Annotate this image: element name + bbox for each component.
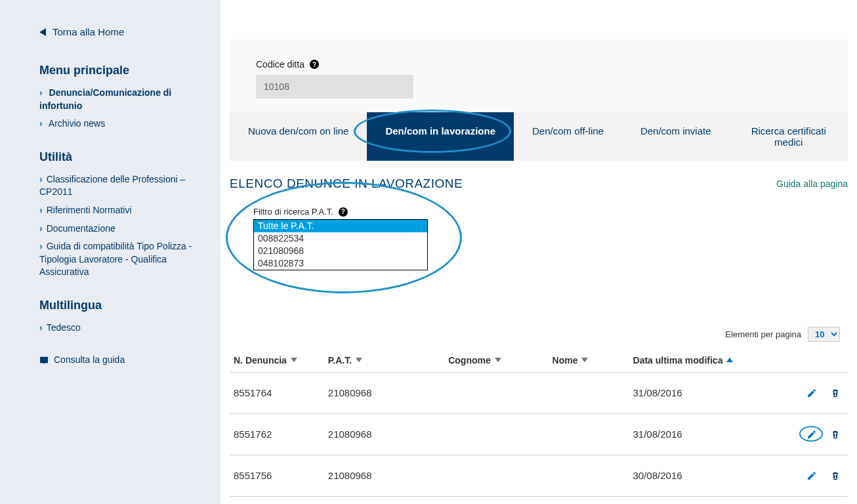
multilingua-heading: Multilingua xyxy=(39,299,202,312)
sort-down-icon xyxy=(581,358,588,362)
tab-bar: Nuova den/com on line Den/com in lavoraz… xyxy=(230,112,848,161)
section-title: ELENCO DENUNCE IN LAVORAZIONE xyxy=(230,177,463,191)
menu-principale-heading: Menu principale xyxy=(39,64,202,77)
chevron-right-icon: › xyxy=(39,322,43,333)
table-row: 85517622108096831/08/2016 xyxy=(230,413,848,455)
cell-denuncia: 8551764 xyxy=(230,372,324,413)
chevron-right-icon: › xyxy=(39,87,43,98)
menu-item-classificazione[interactable]: ›Classificazione delle Professioni – CP2… xyxy=(39,173,202,199)
col-header-nome[interactable]: Nome xyxy=(549,348,629,373)
cell-cognome xyxy=(444,413,548,455)
filter-area: Filtro di ricerca P.A.T. ? Tutte le P.A.… xyxy=(230,207,848,270)
tab-dencom-inviate[interactable]: Den/com inviate xyxy=(622,112,730,161)
table-row: 85517642108096831/08/2016 xyxy=(230,372,848,413)
multilingua-list: ›Tedesco xyxy=(39,322,202,335)
cell-nome xyxy=(549,455,629,496)
menu-item-label: Riferimenti Normativi xyxy=(47,205,132,215)
tab-nuova-dencom[interactable]: Nuova den/com on line xyxy=(230,112,367,161)
guida-pagina-link[interactable]: Guida alla pagina xyxy=(776,178,848,189)
utilita-heading: Utilità xyxy=(39,150,202,164)
tab-label: Den/com in lavorazione xyxy=(385,125,495,136)
dropdown-option[interactable]: 048102873 xyxy=(254,257,427,270)
menu-principale-list: › Denuncia/Comunicazione di infortunio ›… xyxy=(39,87,202,131)
filter-label: Filtro di ricerca P.A.T. xyxy=(253,207,333,217)
delete-button[interactable] xyxy=(829,470,841,482)
col-header-cognome[interactable]: Cognome xyxy=(444,348,548,373)
codice-ditta-label: Codice ditta xyxy=(256,59,304,70)
pat-filter-dropdown[interactable]: Tutte le P.A.T. 008822534 021080968 0481… xyxy=(253,219,428,270)
cell-cognome xyxy=(444,372,548,413)
sort-down-icon xyxy=(291,358,297,362)
chevron-right-icon: › xyxy=(39,118,43,129)
menu-item-riferimenti[interactable]: ›Riferimenti Normativi xyxy=(39,204,202,217)
chevron-right-icon: › xyxy=(39,174,43,184)
main-content: Codice ditta ? Nuova den/com on line Den… xyxy=(220,0,857,504)
codice-ditta-label-row: Codice ditta ? xyxy=(256,59,839,70)
tab-dencom-lavorazione[interactable]: Den/com in lavorazione xyxy=(367,112,514,161)
col-header-data[interactable]: Data ultima modifica xyxy=(629,348,766,373)
utilita-list: ›Classificazione delle Professioni – CP2… xyxy=(39,173,202,279)
dropdown-option[interactable]: Tutte le P.A.T. xyxy=(254,220,427,232)
company-card: Codice ditta ? xyxy=(230,39,848,112)
chevron-right-icon: › xyxy=(39,223,43,234)
cell-data: 31/08/2016 xyxy=(629,413,766,455)
cell-pat: 21080968 xyxy=(324,455,444,496)
cell-pat: 21080968 xyxy=(324,413,444,455)
chevron-right-icon: › xyxy=(39,241,43,251)
back-label: Torna alla Home xyxy=(52,26,124,37)
delete-button[interactable] xyxy=(829,429,841,440)
menu-item-label: Archivio news xyxy=(49,118,105,129)
cell-pat: 21080968 xyxy=(324,372,444,413)
cell-data: 31/08/2016 xyxy=(629,372,766,413)
col-header-pat[interactable]: P.A.T. xyxy=(324,348,444,373)
menu-item-label: Denuncia/Comunicazione di infortunio xyxy=(39,87,171,111)
cell-actions xyxy=(766,455,848,496)
help-icon[interactable]: ? xyxy=(310,60,319,69)
cell-denuncia: 8551762 xyxy=(230,413,324,455)
consulta-guida-label: Consulta la guida xyxy=(54,354,125,365)
triangle-left-icon xyxy=(39,28,46,36)
delete-button[interactable] xyxy=(829,387,841,399)
filter-label-row: Filtro di ricerca P.A.T. ? xyxy=(253,207,848,217)
cell-cognome xyxy=(444,455,548,496)
menu-item-denuncia[interactable]: › Denuncia/Comunicazione di infortunio xyxy=(39,87,202,112)
tab-dencom-offline[interactable]: Den/com off-line xyxy=(514,112,622,161)
denunce-table: N. Denuncia P.A.T. Cognome Nome Data ult… xyxy=(230,348,848,497)
cell-actions xyxy=(766,413,848,455)
help-icon[interactable]: ? xyxy=(339,207,348,217)
menu-item-label: Guida di compatibilità Tipo Polizza - Ti… xyxy=(39,241,192,277)
book-icon xyxy=(39,356,49,364)
menu-item-documentazione[interactable]: ›Documentazione xyxy=(39,222,202,236)
edit-button[interactable] xyxy=(806,470,818,482)
section-header: ELENCO DENUNCE IN LAVORAZIONE Guida alla… xyxy=(230,177,848,191)
cell-denuncia: 8551756 xyxy=(230,455,324,496)
codice-ditta-input xyxy=(256,75,413,98)
menu-item-label: Tedesco xyxy=(47,322,81,333)
page-size-select[interactable]: 10 xyxy=(808,327,840,342)
edit-button[interactable] xyxy=(806,387,818,399)
tab-ricerca-certificati[interactable]: Ricerca certificati medici xyxy=(730,112,848,161)
dropdown-option[interactable]: 008822534 xyxy=(254,232,427,245)
edit-button[interactable] xyxy=(806,429,818,440)
sort-up-icon xyxy=(726,358,733,362)
cell-nome xyxy=(549,413,629,455)
pager: Elementi per pagina 10 xyxy=(230,327,848,342)
chevron-right-icon: › xyxy=(39,205,43,215)
cell-data: 30/08/2016 xyxy=(629,455,766,496)
table-row: 85517562108096830/08/2016 xyxy=(230,455,848,496)
menu-item-guida-compat[interactable]: ›Guida di compatibilità Tipo Polizza - T… xyxy=(39,240,202,279)
back-to-home-link[interactable]: Torna alla Home xyxy=(39,26,202,37)
cell-actions xyxy=(766,372,848,413)
col-header-denuncia[interactable]: N. Denuncia xyxy=(230,348,324,373)
consulta-guida-link[interactable]: Consulta la guida xyxy=(39,354,202,365)
dropdown-option[interactable]: 021080968 xyxy=(254,245,427,257)
sort-down-icon xyxy=(356,358,362,362)
menu-item-tedesco[interactable]: ›Tedesco xyxy=(39,322,202,335)
col-header-actions xyxy=(766,348,848,373)
cell-nome xyxy=(549,372,629,413)
sidebar: Torna alla Home Menu principale › Denunc… xyxy=(0,0,220,504)
menu-item-archivio-news[interactable]: › Archivio news xyxy=(39,117,202,131)
sort-down-icon xyxy=(495,358,501,362)
pager-label: Elementi per pagina xyxy=(725,329,801,339)
menu-item-label: Classificazione delle Professioni – CP20… xyxy=(39,174,185,198)
